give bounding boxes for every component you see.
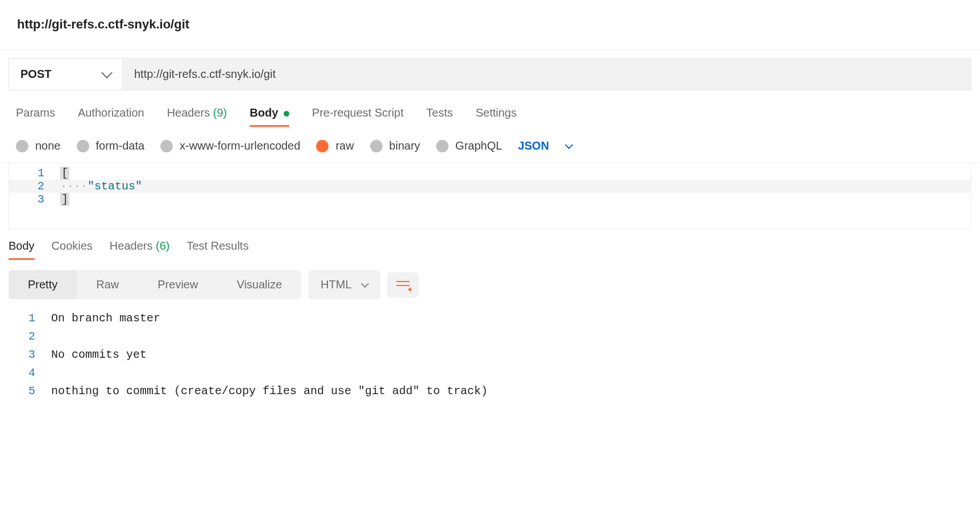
http-method-select[interactable]: POST — [9, 58, 122, 90]
response-body[interactable]: 1 On branch master 2 3 No commits yet 4 … — [0, 299, 980, 417]
response-text: nothing to commit (create/copy files and… — [51, 382, 488, 400]
body-format-value: JSON — [518, 139, 549, 152]
tab-body-label: Body — [250, 106, 278, 119]
view-mode-visualize[interactable]: Visualize — [217, 270, 301, 299]
json-string: "status" — [88, 180, 142, 193]
line-number: 5 — [0, 382, 51, 400]
body-type-row: none form-data x-www-form-urlencoded raw… — [0, 127, 980, 163]
tab-headers-label: Headers — [167, 106, 210, 119]
radio-none-label: none — [35, 139, 61, 152]
line-number: 2 — [0, 328, 51, 346]
response-line: 5 nothing to commit (create/copy files a… — [0, 382, 980, 400]
view-mode-pretty[interactable]: Pretty — [9, 270, 77, 299]
line-number: 1 — [9, 167, 60, 180]
radio-urlencoded-label: x-www-form-urlencoded — [180, 139, 300, 152]
request-row: POST http://git-refs.c.ctf-snyk.io/git — [9, 58, 971, 90]
radio-icon — [160, 140, 173, 152]
word-wrap-icon — [396, 279, 410, 291]
response-tab-headers-label: Headers — [110, 239, 153, 252]
radio-none[interactable]: none — [16, 139, 61, 152]
view-mode-group: Pretty Raw Preview Visualize — [9, 270, 301, 299]
line-number: 3 — [0, 346, 51, 364]
body-format-select[interactable]: JSON — [518, 139, 571, 152]
response-line: 2 — [0, 328, 980, 346]
radio-icon — [436, 140, 449, 152]
radio-form-data[interactable]: form-data — [77, 139, 145, 152]
radio-selected-icon — [316, 140, 329, 152]
tab-params[interactable]: Params — [16, 106, 55, 127]
response-language-select[interactable]: HTML — [308, 270, 380, 299]
indent-guide: ···· — [60, 180, 88, 193]
response-line: 1 On branch master — [0, 309, 980, 328]
tab-body[interactable]: Body — [250, 106, 289, 127]
radio-graphql-label: GraphQL — [455, 139, 502, 152]
bracket-close: ] — [60, 193, 69, 206]
radio-raw-label: raw — [335, 139, 354, 152]
tab-prerequest[interactable]: Pre-request Script — [312, 106, 404, 127]
response-text: No commits yet — [51, 346, 147, 364]
response-line: 4 — [0, 364, 980, 382]
request-title: http://git-refs.c.ctf-snyk.io/git — [17, 17, 189, 31]
line-number: 2 — [9, 180, 60, 193]
request-url-input[interactable]: http://git-refs.c.ctf-snyk.io/git — [122, 58, 971, 90]
response-tab-headers[interactable]: Headers (6) — [110, 239, 170, 260]
radio-raw[interactable]: raw — [316, 139, 354, 152]
word-wrap-button[interactable] — [387, 272, 419, 297]
radio-icon — [77, 140, 89, 152]
line-number: 4 — [0, 364, 51, 382]
radio-binary-label: binary — [389, 139, 420, 152]
response-tabs: Body Cookies Headers (6) Test Results — [0, 229, 980, 260]
modified-dot-icon — [284, 111, 289, 117]
radio-urlencoded[interactable]: x-www-form-urlencoded — [160, 139, 300, 152]
radio-icon — [16, 140, 28, 152]
response-tab-cookies[interactable]: Cookies — [52, 239, 93, 260]
response-text: On branch master — [51, 309, 160, 328]
radio-form-data-label: form-data — [96, 139, 145, 152]
chevron-down-icon — [565, 140, 573, 148]
code-line: 2 ····"status" — [9, 180, 971, 193]
line-number: 3 — [9, 193, 60, 206]
tab-authorization[interactable]: Authorization — [78, 106, 144, 127]
tab-tests[interactable]: Tests — [426, 106, 453, 127]
view-mode-raw[interactable]: Raw — [77, 270, 138, 299]
request-title-bar: http://git-refs.c.ctf-snyk.io/git — [0, 0, 980, 49]
view-mode-preview[interactable]: Preview — [138, 270, 217, 299]
tab-headers[interactable]: Headers (9) — [167, 106, 227, 127]
response-tab-body[interactable]: Body — [9, 239, 35, 260]
response-tab-headers-count: (6) — [156, 239, 169, 252]
code-line: 3 ] — [9, 193, 971, 206]
chevron-down-icon — [101, 67, 113, 78]
bracket-open: [ — [60, 167, 69, 180]
tab-settings[interactable]: Settings — [476, 106, 517, 127]
line-number: 1 — [0, 309, 51, 328]
response-tab-test-results[interactable]: Test Results — [186, 239, 248, 260]
radio-icon — [370, 140, 383, 152]
response-toolbar: Pretty Raw Preview Visualize HTML — [0, 260, 980, 299]
radio-graphql[interactable]: GraphQL — [436, 139, 502, 152]
request-url-value: http://git-refs.c.ctf-snyk.io/git — [134, 68, 276, 80]
http-method-value: POST — [20, 68, 51, 81]
response-line: 3 No commits yet — [0, 346, 980, 364]
tab-headers-count: (9) — [213, 106, 227, 119]
request-tabs: Params Authorization Headers (9) Body Pr… — [0, 90, 980, 127]
radio-binary[interactable]: binary — [370, 139, 420, 152]
code-line: 1 [ — [9, 167, 971, 180]
response-language-value: HTML — [321, 278, 351, 291]
request-body-editor[interactable]: 1 [ 2 ····"status" 3 ] — [9, 163, 971, 229]
chevron-down-icon — [360, 279, 368, 287]
